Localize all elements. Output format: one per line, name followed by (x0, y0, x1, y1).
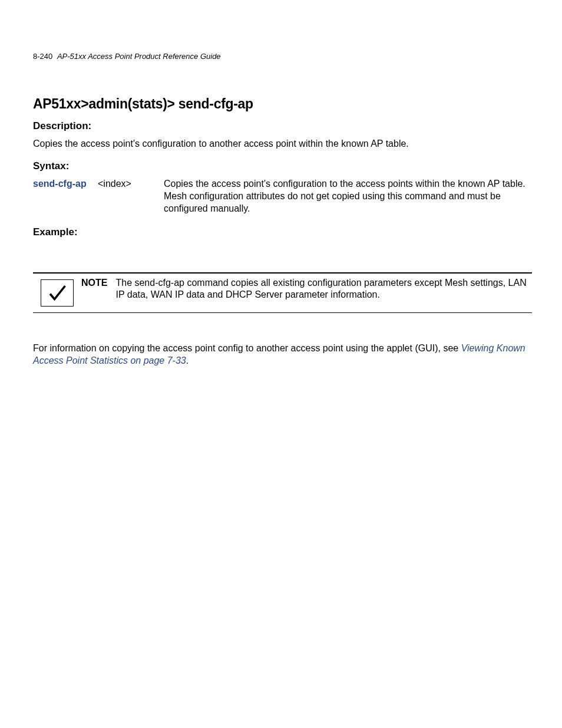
note-block: NOTE The send-cfg-ap command copies all … (33, 272, 532, 313)
cross-reference: For information on copying the access po… (33, 342, 532, 367)
document-page: 8-240 AP-51xx Access Point Product Refer… (0, 0, 562, 367)
crossref-prefix: For information on copying the access po… (33, 343, 461, 353)
crossref-suffix: . (186, 355, 189, 365)
note-content: NOTE The send-cfg-ap command copies all … (81, 276, 532, 301)
document-title: AP-51xx Access Point Product Reference G… (57, 52, 221, 61)
example-heading: Example: (33, 226, 532, 238)
page-number: 8-240 (33, 52, 52, 61)
checkmark-icon (41, 279, 74, 307)
running-header: 8-240 AP-51xx Access Point Product Refer… (33, 52, 532, 61)
syntax-argument: <index> (98, 178, 164, 215)
note-icon-wrap (33, 276, 81, 307)
syntax-description: Copies the access point's configuration … (164, 178, 532, 215)
note-label: NOTE (81, 277, 107, 301)
syntax-heading: Syntax: (33, 160, 532, 172)
command-title: AP51xx>admin(stats)> send-cfg-ap (33, 96, 532, 112)
description-body: Copies the access point's configuration … (33, 138, 532, 150)
note-text: The send-cfg-ap command copies all exist… (115, 277, 532, 301)
syntax-row: send-cfg-ap <index> Copies the access po… (33, 178, 532, 215)
description-heading: Description: (33, 120, 532, 132)
syntax-command: send-cfg-ap (33, 178, 98, 215)
